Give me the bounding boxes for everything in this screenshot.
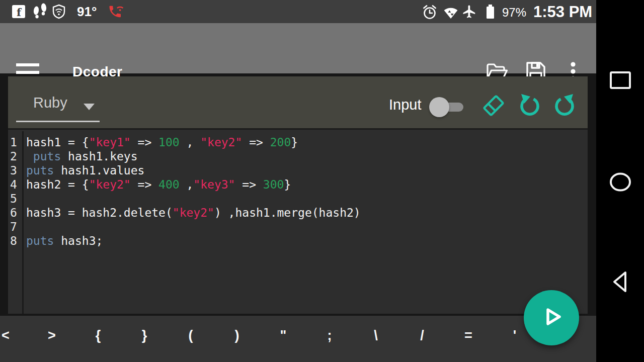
recents-icon[interactable] (609, 71, 631, 92)
editor-header: Ruby Input (8, 76, 588, 130)
code-text: puts hash3; (26, 234, 103, 248)
line-number: 8 (10, 234, 21, 248)
symbol-key[interactable]: < (2, 328, 10, 343)
code-line: 3puts hash1.values (8, 163, 588, 177)
temperature-label: 91° (77, 4, 97, 20)
screen: f 91° (0, 0, 644, 362)
line-number: 1 (10, 135, 21, 149)
symbol-key[interactable]: " (280, 328, 287, 343)
alarm-icon (422, 4, 438, 22)
symbol-key[interactable]: \ (374, 328, 378, 343)
input-toggle-knob (429, 97, 449, 117)
symbol-key[interactable]: = (464, 328, 472, 343)
language-selector[interactable]: Ruby (16, 90, 100, 120)
battery-percent-label: 97% (502, 6, 526, 20)
symbol-key[interactable]: } (142, 328, 147, 343)
input-toggle[interactable] (431, 103, 463, 112)
run-button[interactable] (524, 290, 579, 345)
eraser-icon[interactable] (481, 94, 506, 120)
language-selected-value: Ruby (33, 95, 67, 111)
line-number: 6 (10, 206, 21, 220)
facebook-icon: f (12, 5, 25, 20)
code-text: puts hash1.values (26, 163, 144, 177)
footprints-icon (31, 3, 49, 22)
code-line: 7 (8, 220, 588, 234)
symbol-bar: <>{}()";\/='. (0, 316, 596, 362)
symbol-key[interactable]: / (420, 328, 424, 343)
code-line: 5 (8, 192, 588, 206)
airplane-icon (462, 4, 477, 21)
line-number: 2 (10, 149, 21, 163)
code-text: hash1 = {"key1" => 100 , "key2" => 200} (26, 135, 298, 149)
editor-panel: Ruby Input (8, 76, 588, 314)
code-line: 8puts hash3; (8, 234, 588, 248)
input-toggle-label: Input (389, 97, 422, 113)
app-toolbar: Dcoder (0, 23, 596, 73)
back-icon[interactable] (610, 269, 631, 297)
chevron-down-icon (84, 104, 95, 110)
code-lines[interactable]: 1hash1 = {"key1" => 100 , "key2" => 200}… (8, 131, 588, 314)
symbol-key[interactable]: ' (513, 328, 516, 343)
android-nav-bar (596, 0, 644, 362)
symbol-key[interactable]: { (96, 328, 101, 343)
symbol-key[interactable]: ; (328, 328, 332, 343)
symbol-key[interactable]: > (48, 328, 56, 343)
code-text: hash3 = hash2.delete("key2") ,hash1.merg… (26, 206, 361, 220)
play-icon (536, 301, 567, 334)
code-line: 1hash1 = {"key1" => 100 , "key2" => 200} (8, 135, 588, 149)
status-bar: f 91° (0, 0, 596, 23)
undo-icon[interactable] (518, 94, 542, 120)
line-number: 4 (10, 177, 21, 192)
language-selector-underline (16, 121, 100, 122)
line-number: 5 (10, 192, 21, 206)
clock-label: 1:53 PM (533, 3, 592, 21)
dcoder-app: f 91° (0, 0, 596, 362)
line-number: 7 (10, 220, 21, 234)
code-line: 6hash3 = hash2.delete("key2") ,hash1.mer… (8, 206, 588, 220)
wifi-data-icon (443, 5, 459, 21)
code-text: puts hash1.keys (26, 149, 138, 163)
symbol-key[interactable]: ( (189, 328, 193, 343)
wifi-calling-icon (107, 4, 124, 21)
battery-icon (486, 4, 495, 22)
code-line: 4hash2 = {"key2" => 400 ,"key3" => 300} (8, 177, 588, 192)
line-number: 3 (10, 163, 21, 177)
shield-wifi-icon (52, 4, 66, 21)
symbol-key[interactable]: ) (235, 328, 239, 343)
redo-icon[interactable] (552, 94, 577, 120)
home-icon[interactable] (609, 170, 631, 196)
code-text: hash2 = {"key2" => 400 ,"key3" => 300} (26, 177, 291, 192)
code-line: 2 puts hash1.keys (8, 149, 588, 163)
